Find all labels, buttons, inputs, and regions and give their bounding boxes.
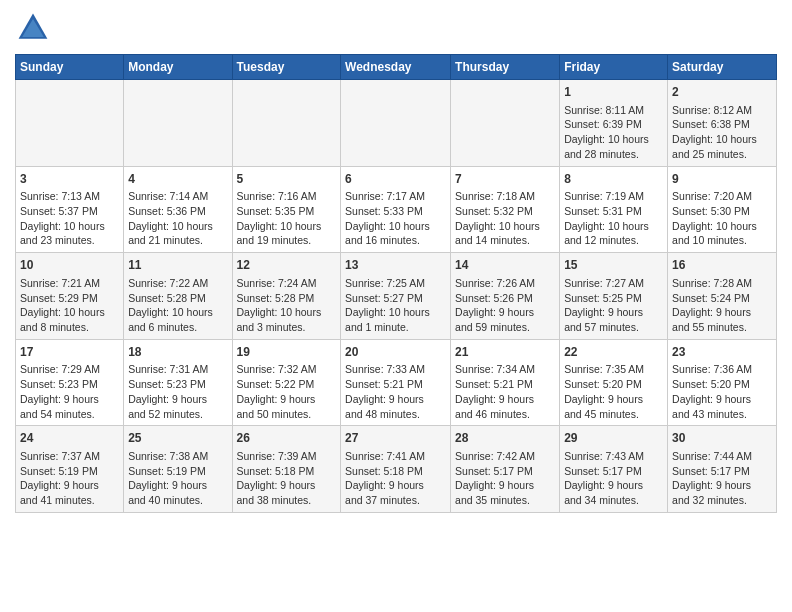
day-number: 20 — [345, 344, 446, 361]
calendar-cell: 8Sunrise: 7:19 AMSunset: 5:31 PMDaylight… — [560, 166, 668, 253]
day-number: 11 — [128, 257, 227, 274]
calendar-cell: 3Sunrise: 7:13 AMSunset: 5:37 PMDaylight… — [16, 166, 124, 253]
calendar-cell: 11Sunrise: 7:22 AMSunset: 5:28 PMDayligh… — [124, 253, 232, 340]
calendar-cell: 30Sunrise: 7:44 AMSunset: 5:17 PMDayligh… — [668, 426, 777, 513]
logo — [15, 10, 57, 46]
day-number: 6 — [345, 171, 446, 188]
header — [15, 10, 777, 46]
day-number: 29 — [564, 430, 663, 447]
calendar-cell: 1Sunrise: 8:11 AMSunset: 6:39 PMDaylight… — [560, 80, 668, 167]
day-number: 26 — [237, 430, 337, 447]
day-number: 23 — [672, 344, 772, 361]
weekday-header-tuesday: Tuesday — [232, 55, 341, 80]
day-number: 21 — [455, 344, 555, 361]
day-number: 5 — [237, 171, 337, 188]
calendar-cell: 23Sunrise: 7:36 AMSunset: 5:20 PMDayligh… — [668, 339, 777, 426]
calendar-table: SundayMondayTuesdayWednesdayThursdayFrid… — [15, 54, 777, 513]
calendar-week-5: 24Sunrise: 7:37 AMSunset: 5:19 PMDayligh… — [16, 426, 777, 513]
weekday-header-friday: Friday — [560, 55, 668, 80]
day-number: 25 — [128, 430, 227, 447]
day-number: 14 — [455, 257, 555, 274]
calendar-cell — [451, 80, 560, 167]
calendar-week-3: 10Sunrise: 7:21 AMSunset: 5:29 PMDayligh… — [16, 253, 777, 340]
day-number: 3 — [20, 171, 119, 188]
page: SundayMondayTuesdayWednesdayThursdayFrid… — [0, 0, 792, 523]
calendar-cell: 26Sunrise: 7:39 AMSunset: 5:18 PMDayligh… — [232, 426, 341, 513]
calendar-cell: 28Sunrise: 7:42 AMSunset: 5:17 PMDayligh… — [451, 426, 560, 513]
calendar-cell: 12Sunrise: 7:24 AMSunset: 5:28 PMDayligh… — [232, 253, 341, 340]
calendar-cell: 19Sunrise: 7:32 AMSunset: 5:22 PMDayligh… — [232, 339, 341, 426]
day-number: 28 — [455, 430, 555, 447]
day-number: 9 — [672, 171, 772, 188]
calendar-cell — [232, 80, 341, 167]
day-number: 13 — [345, 257, 446, 274]
calendar-header: SundayMondayTuesdayWednesdayThursdayFrid… — [16, 55, 777, 80]
calendar-cell: 10Sunrise: 7:21 AMSunset: 5:29 PMDayligh… — [16, 253, 124, 340]
day-number: 19 — [237, 344, 337, 361]
calendar-week-1: 1Sunrise: 8:11 AMSunset: 6:39 PMDaylight… — [16, 80, 777, 167]
calendar-cell: 7Sunrise: 7:18 AMSunset: 5:32 PMDaylight… — [451, 166, 560, 253]
calendar-cell: 18Sunrise: 7:31 AMSunset: 5:23 PMDayligh… — [124, 339, 232, 426]
day-number: 1 — [564, 84, 663, 101]
day-number: 10 — [20, 257, 119, 274]
logo-icon — [15, 10, 51, 46]
calendar-cell: 5Sunrise: 7:16 AMSunset: 5:35 PMDaylight… — [232, 166, 341, 253]
day-number: 12 — [237, 257, 337, 274]
day-number: 15 — [564, 257, 663, 274]
calendar-cell: 4Sunrise: 7:14 AMSunset: 5:36 PMDaylight… — [124, 166, 232, 253]
calendar-cell: 22Sunrise: 7:35 AMSunset: 5:20 PMDayligh… — [560, 339, 668, 426]
weekday-header-saturday: Saturday — [668, 55, 777, 80]
calendar-cell: 29Sunrise: 7:43 AMSunset: 5:17 PMDayligh… — [560, 426, 668, 513]
calendar-cell — [124, 80, 232, 167]
day-number: 30 — [672, 430, 772, 447]
calendar-cell: 17Sunrise: 7:29 AMSunset: 5:23 PMDayligh… — [16, 339, 124, 426]
calendar-cell: 16Sunrise: 7:28 AMSunset: 5:24 PMDayligh… — [668, 253, 777, 340]
weekday-header-wednesday: Wednesday — [341, 55, 451, 80]
day-number: 18 — [128, 344, 227, 361]
calendar-week-2: 3Sunrise: 7:13 AMSunset: 5:37 PMDaylight… — [16, 166, 777, 253]
calendar-cell: 9Sunrise: 7:20 AMSunset: 5:30 PMDaylight… — [668, 166, 777, 253]
calendar-cell: 15Sunrise: 7:27 AMSunset: 5:25 PMDayligh… — [560, 253, 668, 340]
day-number: 2 — [672, 84, 772, 101]
calendar-cell: 24Sunrise: 7:37 AMSunset: 5:19 PMDayligh… — [16, 426, 124, 513]
calendar-cell: 20Sunrise: 7:33 AMSunset: 5:21 PMDayligh… — [341, 339, 451, 426]
calendar-week-4: 17Sunrise: 7:29 AMSunset: 5:23 PMDayligh… — [16, 339, 777, 426]
calendar-cell: 2Sunrise: 8:12 AMSunset: 6:38 PMDaylight… — [668, 80, 777, 167]
calendar-cell: 13Sunrise: 7:25 AMSunset: 5:27 PMDayligh… — [341, 253, 451, 340]
day-number: 7 — [455, 171, 555, 188]
calendar-cell: 14Sunrise: 7:26 AMSunset: 5:26 PMDayligh… — [451, 253, 560, 340]
weekday-header-sunday: Sunday — [16, 55, 124, 80]
calendar-cell: 25Sunrise: 7:38 AMSunset: 5:19 PMDayligh… — [124, 426, 232, 513]
day-number: 27 — [345, 430, 446, 447]
calendar-cell — [16, 80, 124, 167]
calendar-cell: 21Sunrise: 7:34 AMSunset: 5:21 PMDayligh… — [451, 339, 560, 426]
calendar-cell: 6Sunrise: 7:17 AMSunset: 5:33 PMDaylight… — [341, 166, 451, 253]
day-number: 24 — [20, 430, 119, 447]
day-number: 8 — [564, 171, 663, 188]
day-number: 17 — [20, 344, 119, 361]
calendar-cell: 27Sunrise: 7:41 AMSunset: 5:18 PMDayligh… — [341, 426, 451, 513]
calendar-cell — [341, 80, 451, 167]
day-number: 22 — [564, 344, 663, 361]
day-number: 16 — [672, 257, 772, 274]
weekday-header-thursday: Thursday — [451, 55, 560, 80]
weekday-header-monday: Monday — [124, 55, 232, 80]
day-number: 4 — [128, 171, 227, 188]
